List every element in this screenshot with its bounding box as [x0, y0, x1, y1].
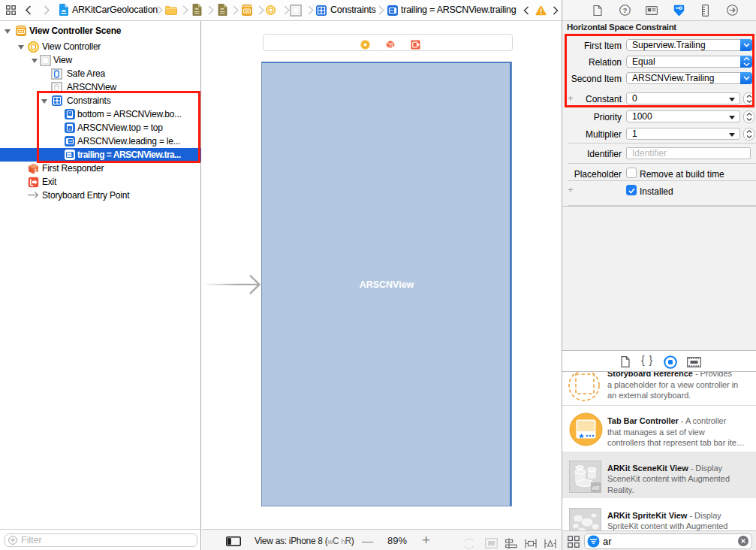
svg-text:1: 1: [35, 168, 38, 174]
svg-text:?: ?: [623, 6, 628, 14]
svg-text:1: 1: [391, 44, 393, 48]
svg-text:AR: AR: [592, 485, 600, 491]
